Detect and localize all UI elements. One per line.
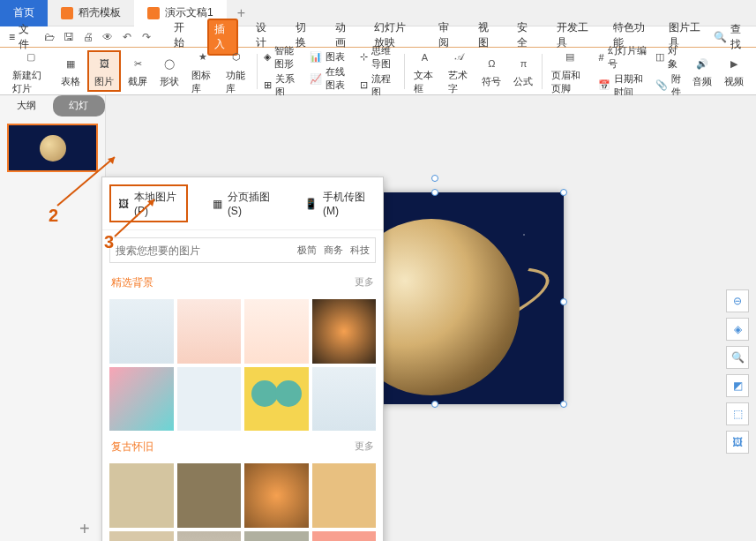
save-icon[interactable]: 🖫 (63, 31, 75, 43)
print-icon[interactable]: 🖨 (82, 31, 94, 43)
arrow-2 (110, 192, 163, 241)
annotation-3: 3 (104, 232, 114, 252)
slidenum-icon: # (598, 52, 603, 63)
retro-image-3[interactable] (244, 463, 309, 528)
tool-zoom-out[interactable]: ⊖ (726, 289, 749, 312)
relchart-icon: ⊞ (264, 79, 272, 91)
tab-template[interactable]: 稻壳模板 (48, 0, 134, 26)
panel-tab-outline[interactable]: 大纲 (0, 95, 53, 116)
iconlib-icon: ★ (193, 48, 213, 67)
section-retro: 复古怀旧 (111, 440, 153, 455)
retro-image-6[interactable] (177, 531, 242, 542)
ribbon-wordart[interactable]: 𝒜艺术字 (443, 46, 475, 97)
bg-image-3[interactable] (244, 299, 309, 364)
handle-br[interactable] (560, 401, 567, 408)
tool-select[interactable]: ⬚ (726, 402, 749, 425)
video-icon: ▶ (724, 54, 744, 73)
symbol-icon: Ω (482, 54, 501, 73)
wordart-icon: 𝒜 (449, 48, 468, 67)
ribbon-headerfooter[interactable]: ▤页眉和页脚 (546, 46, 593, 97)
newslide-icon: ▢ (21, 48, 41, 67)
handle-rotate[interactable] (431, 175, 438, 182)
flowchart-icon: ⊡ (360, 79, 368, 91)
ribbon-chart[interactable]: 📊图表 (310, 50, 350, 64)
image-icon: 🖼 (94, 54, 114, 73)
retro-image-8[interactable] (312, 531, 377, 542)
open-icon[interactable]: 🗁 (43, 31, 56, 43)
add-slide-button[interactable]: + (79, 519, 90, 539)
doc-icon (147, 7, 160, 19)
tool-layers[interactable]: ◈ (726, 318, 749, 341)
ribbon-datetime[interactable]: 📅日期和时间 (598, 72, 647, 99)
table-icon: ▦ (61, 54, 80, 73)
ribbon-formula[interactable]: π公式 (508, 52, 538, 90)
tag-tech[interactable]: 科技 (350, 244, 370, 257)
retro-image-2[interactable] (177, 463, 242, 528)
tool-zoom-in[interactable]: 🔍 (726, 346, 749, 369)
ribbon-iconlib[interactable]: ★图标库 (186, 46, 219, 97)
dd-mobile-image[interactable]: 📱手机传图(M) (297, 184, 376, 222)
ribbon-image[interactable]: 🖼图片 (87, 50, 121, 92)
undo-icon[interactable]: ↶ (121, 31, 133, 43)
search-button[interactable]: 🔍 查找 (714, 22, 747, 52)
bg-image-1[interactable] (109, 299, 174, 364)
ribbon-table[interactable]: ▦表格 (56, 52, 86, 90)
bg-image-6[interactable] (177, 367, 242, 432)
preview-icon[interactable]: 👁 (101, 31, 114, 43)
redo-icon[interactable]: ↷ (140, 31, 153, 43)
section-featured: 精选背景 (111, 275, 153, 290)
more-featured[interactable]: 更多 (355, 275, 374, 290)
datetime-icon: 📅 (598, 79, 610, 91)
dd-paged-image[interactable]: ▦分页插图(S) (206, 184, 280, 222)
paged-icon: ▦ (213, 198, 222, 210)
bg-image-8[interactable] (312, 367, 377, 432)
ribbon-relchart[interactable]: ⊞关系图 (264, 72, 301, 99)
headerfooter-icon: ▤ (560, 48, 580, 67)
ribbon-attach[interactable]: 📎附件 (655, 72, 682, 99)
ribbon-textbox[interactable]: A文本框 (408, 46, 441, 97)
chart-icon: 📊 (310, 51, 322, 63)
bg-image-5[interactable] (109, 367, 174, 432)
ribbon-mindmap[interactable]: ⊹思维导图 (360, 44, 398, 71)
bg-image-7[interactable] (244, 367, 309, 432)
ribbon-symbol[interactable]: Ω符号 (476, 52, 506, 90)
ribbon-flowchart[interactable]: ⊡流程图 (360, 72, 398, 99)
ribbon-video[interactable]: ▶视频 (719, 52, 749, 90)
panel-tab-slides[interactable]: 幻灯 (53, 95, 106, 116)
handle-tr[interactable] (560, 189, 567, 196)
funclib-icon: ⬡ (227, 48, 246, 67)
smartart-icon: ◈ (264, 51, 271, 63)
handle-t[interactable] (431, 189, 438, 196)
retro-image-5[interactable] (109, 531, 174, 542)
ribbon-object[interactable]: ◫对象 (655, 44, 682, 71)
ribbon-screenshot[interactable]: ✂截屏 (123, 52, 153, 90)
ribbon-onlinechart[interactable]: 📈在线图表 (310, 65, 350, 92)
handle-r[interactable] (560, 298, 567, 305)
template-icon (61, 7, 73, 19)
ribbon-shape[interactable]: ◯形状 (154, 52, 184, 90)
ribbon-funclib[interactable]: ⬡功能库 (221, 46, 253, 97)
more-retro[interactable]: 更多 (355, 440, 374, 455)
retro-image-4[interactable] (312, 463, 377, 528)
formula-icon: π (513, 54, 533, 73)
bg-image-4[interactable] (312, 299, 377, 364)
textbox-icon: A (415, 48, 434, 67)
image-search-input[interactable] (110, 238, 292, 262)
bg-image-2[interactable] (177, 299, 242, 364)
retro-image-7[interactable] (244, 531, 309, 542)
mindmap-icon: ⊹ (360, 51, 368, 63)
tool-crop[interactable]: ◩ (726, 374, 749, 397)
ribbon-audio[interactable]: 🔊音频 (687, 52, 717, 90)
ribbon-slidenum[interactable]: #幻灯片编号 (598, 44, 647, 71)
ribbon-smartart[interactable]: ◈智能图形 (264, 44, 301, 71)
tag-minimal[interactable]: 极简 (297, 244, 317, 257)
tag-business[interactable]: 商务 (324, 244, 343, 257)
menu-security[interactable]: 安全 (512, 19, 539, 56)
mobile-icon: 📱 (304, 198, 318, 210)
tool-export[interactable]: 🖼 (726, 431, 749, 454)
menu-view[interactable]: 视图 (473, 19, 500, 56)
handle-b[interactable] (431, 401, 438, 408)
annotation-2: 2 (49, 206, 58, 226)
ribbon-newslide[interactable]: ▢新建幻灯片 (7, 46, 54, 97)
retro-image-1[interactable] (109, 463, 174, 528)
